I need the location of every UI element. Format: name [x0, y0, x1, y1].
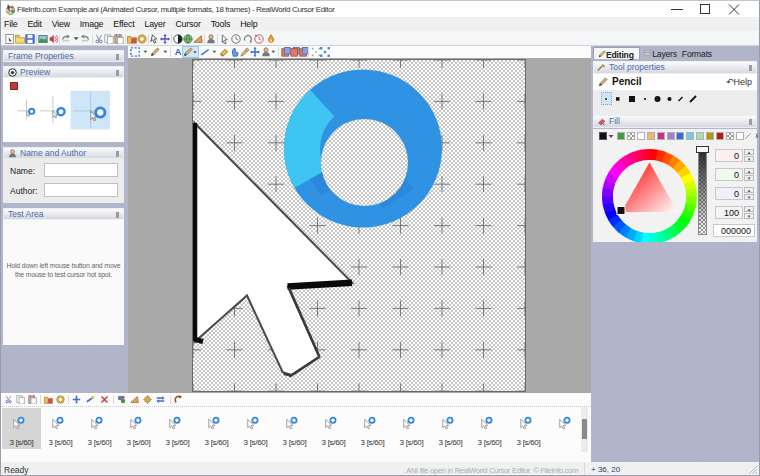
svg-text:A: A: [175, 47, 182, 57]
